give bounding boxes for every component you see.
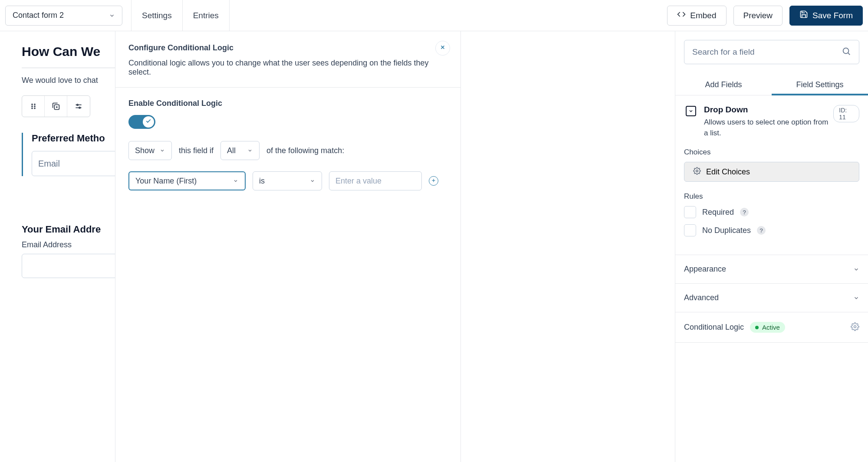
chevron-down-icon [233,178,239,184]
preview-button[interactable]: Preview [733,6,783,26]
svg-point-0 [31,104,32,105]
rule-value-placeholder: Enter a value [335,177,381,186]
accordion-appearance[interactable]: Appearance [675,255,868,283]
top-nav: Settings Entries [131,0,230,31]
rule-field-select[interactable]: Your Name (First) [128,171,246,190]
field-search[interactable] [684,40,859,64]
svg-point-4 [34,106,35,107]
chevron-down-icon [853,295,859,301]
accordion-advanced-label: Advanced [684,293,719,302]
save-label: Save Form [812,11,853,20]
status-dot-icon [755,326,759,329]
rule-field-label: Your Name (First) [135,177,197,186]
help-icon[interactable]: ? [740,208,749,216]
edit-choices-label: Edit Choices [706,167,750,177]
chevron-down-icon [309,178,316,184]
dropdown-icon [686,106,696,116]
chevron-down-icon [109,13,115,19]
sidebar-accordion: Appearance Advanced Conditional Logic Ac… [675,255,868,343]
tab-field-settings[interactable]: Field Settings [772,75,868,95]
required-checkbox[interactable] [684,206,696,218]
help-icon[interactable]: ? [757,226,766,235]
edit-choices-button[interactable]: Edit Choices [684,162,859,182]
svg-point-19 [696,170,698,172]
rule-text-2: of the following match: [266,146,344,155]
active-badge-label: Active [762,324,780,331]
required-row: Required ? [684,206,859,218]
toggle-knob [143,116,154,128]
match-select[interactable]: All [220,141,260,160]
field-id-badge: ID: 11 [833,105,859,122]
no-duplicates-label: No Duplicates [702,226,751,235]
accordion-appearance-label: Appearance [684,265,726,274]
save-button[interactable]: Save Form [789,6,863,26]
rule-text-1: this field if [179,146,214,155]
required-label: Required [702,208,734,217]
close-icon [440,44,446,52]
panel-body: Enable Conditional Logic Show this field… [115,88,460,202]
search-input[interactable] [692,47,842,57]
close-button[interactable] [435,41,450,56]
accordion-conditional-logic[interactable]: Conditional Logic Active [675,312,868,343]
panel-description: Conditional logic allows you to change w… [128,59,447,77]
nav-settings[interactable]: Settings [132,0,182,31]
field-toolbar [22,95,90,117]
search-icon [842,46,851,58]
match-select-label: All [227,146,236,155]
rule-value-input[interactable]: Enter a value [329,171,422,190]
field-type-name: Drop Down [704,105,748,115]
embed-label: Embed [690,11,716,20]
panel-title: Configure Conditional Logic [128,43,447,52]
duplicate-icon[interactable] [45,96,67,117]
choices-label: Choices [684,148,859,157]
svg-point-1 [31,106,32,107]
drag-handle-icon[interactable] [22,96,45,117]
nav-entries[interactable]: Entries [183,0,229,31]
rules-label: Rules [684,192,859,201]
top-bar: Contact form 2 Settings Entries Embed Pr… [0,0,868,31]
action-select[interactable]: Show [128,141,172,160]
rule-line: Your Name (First) is Enter a value [128,171,447,190]
form-select-label: Contact form 2 [13,11,64,20]
field-preview-text: Email [38,159,60,169]
embed-button[interactable]: Embed [667,6,726,26]
no-duplicates-row: No Duplicates ? [684,224,859,236]
tab-add-fields[interactable]: Add Fields [675,75,772,95]
action-select-label: Show [135,146,155,155]
chevron-down-icon [247,147,253,154]
check-icon [145,118,151,126]
field-type-desc: Allows users to select one option from a… [704,117,832,138]
field-summary: Drop Down Allows users to select one opt… [684,105,833,148]
svg-point-17 [843,48,849,54]
save-icon [799,10,808,21]
preview-label: Preview [743,11,773,20]
svg-point-3 [34,104,35,105]
enable-toggle[interactable] [128,115,155,129]
rule-sentence: Show this field if All of the following … [128,141,447,160]
add-rule-button[interactable] [429,176,438,186]
accordion-advanced[interactable]: Advanced [675,283,868,312]
sidebar-tabs: Add Fields Field Settings [675,75,868,95]
settings-sliders-icon[interactable] [67,96,90,117]
svg-point-20 [854,325,856,328]
chevron-down-icon [159,147,165,154]
nav-separator [229,0,230,31]
plus-icon [431,177,436,185]
conditional-logic-panel: Configure Conditional Logic Conditional … [115,31,461,462]
gear-icon[interactable] [851,322,859,333]
form-select-dropdown[interactable]: Contact form 2 [5,6,122,26]
panel-header: Configure Conditional Logic Conditional … [115,31,460,88]
code-icon [677,10,686,21]
rule-operator-label: is [259,177,265,186]
top-actions: Embed Preview Save Form [667,6,863,26]
svg-point-5 [34,108,35,108]
no-duplicates-checkbox[interactable] [684,224,696,236]
svg-point-2 [31,108,32,108]
sidebar: Add Fields Field Settings Drop Down Allo… [675,31,868,462]
accordion-conditional-label: Conditional Logic [684,323,744,332]
chevron-down-icon [853,266,859,272]
app-body: How Can We We would love to chat Preferr… [0,31,868,462]
rule-operator-select[interactable]: is [253,171,322,190]
enable-label: Enable Conditional Logic [128,99,447,108]
gear-icon [693,167,701,177]
